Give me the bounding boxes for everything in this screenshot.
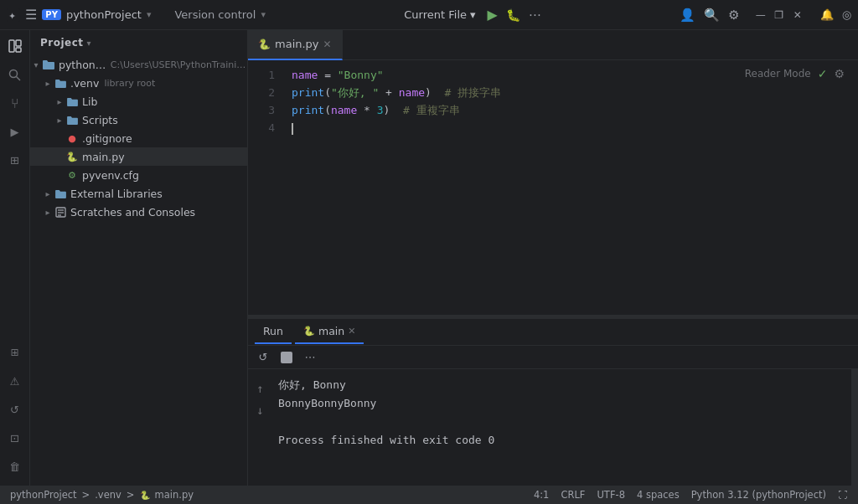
tree-item-lib[interactable]: ▸ Lib xyxy=(30,92,247,111)
activity-run-icon[interactable]: ▶ xyxy=(3,119,28,144)
tree-item-scripts[interactable]: ▸ Scripts xyxy=(30,111,247,129)
tree-expand-lib-icon: ▸ xyxy=(54,97,65,106)
project-tree: ▾ pythonProject C:\Users\USER\PythonTrai… xyxy=(30,55,247,486)
status-expand-icon[interactable]: ⛶ xyxy=(838,489,848,501)
editor-settings-icon[interactable]: ⚙ xyxy=(834,67,845,80)
tab-main-close-icon[interactable]: ✕ xyxy=(348,326,355,337)
tree-item-scratches[interactable]: ▸ Scratches and Consoles xyxy=(30,203,247,221)
activity-trash-icon[interactable]: 🗑 xyxy=(3,454,28,479)
terminal-line-4: Process finished with exit code 0 xyxy=(278,431,848,450)
tree-label-scratches: Scratches and Consoles xyxy=(70,206,195,219)
project-badge: PY xyxy=(42,9,61,20)
status-python-version[interactable]: Python 3.12 (pythonProject) xyxy=(691,489,826,501)
restore-button[interactable]: ❐ xyxy=(773,9,785,21)
activity-stop-icon[interactable]: ⊡ xyxy=(3,425,28,450)
tree-label-scripts: Scripts xyxy=(82,114,118,126)
tab-main-icon: 🐍 xyxy=(303,326,315,337)
ai-assistant-icon[interactable]: ◎ xyxy=(842,8,851,21)
code-line-4 xyxy=(292,120,848,137)
search-icon[interactable]: 🔍 xyxy=(704,8,720,23)
status-line-ending[interactable]: CRLF xyxy=(561,489,585,501)
tree-item-external-libs[interactable]: ▸ External Libraries xyxy=(30,184,247,203)
current-file-arrow-icon: ▾ xyxy=(470,8,476,21)
scroll-up-icon[interactable]: ↑ xyxy=(256,379,263,399)
reader-mode-label: Reader Mode xyxy=(745,68,811,80)
bottom-toolbar: ↺ ⋯ xyxy=(248,346,858,369)
python-file-icon: 🐍 xyxy=(65,150,79,163)
tab-close-button[interactable]: ✕ xyxy=(323,39,332,50)
tree-item-pyvenv[interactable]: ⚙ pyvenv.cfg xyxy=(30,166,247,184)
terminal-content[interactable]: ↑ ↓ 你好, Bonny BonnyBonnyBonny Process fi… xyxy=(248,369,858,486)
minimize-button[interactable]: — xyxy=(755,9,767,21)
more-run-options-icon[interactable]: ⋯ xyxy=(302,349,318,366)
version-dropdown-icon[interactable]: ▾ xyxy=(261,9,266,20)
notification-icon[interactable]: 🔔 xyxy=(820,8,834,21)
git-file-icon: ● xyxy=(65,131,79,145)
project-name[interactable]: pythonProject xyxy=(66,8,142,21)
stop-icon xyxy=(281,352,292,363)
sidebar-title: Project xyxy=(40,37,84,49)
more-options-icon[interactable]: ⋯ xyxy=(529,8,541,23)
debug-icon[interactable]: 🐛 xyxy=(506,8,520,22)
tree-item-pythonproject[interactable]: ▾ pythonProject C:\Users\USER\PythonTrai… xyxy=(30,55,247,74)
current-file-selector[interactable]: Current File ▾ xyxy=(404,8,475,21)
status-arrow2: > xyxy=(127,489,135,501)
tab-main[interactable]: 🐍 main ✕ xyxy=(295,321,364,344)
project-dropdown-icon[interactable]: ▾ xyxy=(147,9,152,20)
status-project: pythonProject xyxy=(10,489,77,501)
run-button[interactable]: ▶ xyxy=(488,7,498,23)
status-indent[interactable]: 4 spaces xyxy=(637,489,680,501)
activity-terminal-icon[interactable]: ⊞ xyxy=(3,340,28,365)
status-bar: pythonProject > .venv > 🐍 main.py 4:1 CR… xyxy=(0,486,858,504)
status-encoding[interactable]: UTF-8 xyxy=(597,489,625,501)
reader-mode-check-icon: ✓ xyxy=(818,67,828,80)
activity-problems-icon[interactable]: ⚠ xyxy=(3,368,28,393)
hamburger-menu-icon[interactable]: ☰ xyxy=(25,7,37,23)
tree-expand-venv-icon: ▸ xyxy=(42,79,54,88)
activity-plugins-icon[interactable]: ⊞ xyxy=(3,147,28,172)
current-file-label: Current File xyxy=(404,8,467,21)
activity-search-icon[interactable] xyxy=(3,62,28,87)
status-position[interactable]: 4:1 xyxy=(534,489,550,501)
folder-extlibs-icon xyxy=(54,187,67,200)
settings-icon[interactable]: ⚙ xyxy=(728,8,739,23)
sidebar-header: Project ▾ xyxy=(30,30,247,55)
tree-item-gitignore[interactable]: ● .gitignore xyxy=(30,129,247,147)
tab-python-icon: 🐍 xyxy=(258,39,271,50)
activity-rerun-icon[interactable]: ↺ xyxy=(3,397,28,422)
titlebar: ✦ ☰ PY pythonProject ▾ Version control ▾… xyxy=(0,0,858,30)
activity-project-icon[interactable] xyxy=(3,33,28,59)
tree-label-pyvenv: pyvenv.cfg xyxy=(82,169,139,182)
cfg-file-icon: ⚙ xyxy=(65,168,79,182)
profile-icon[interactable]: 👤 xyxy=(680,8,695,23)
stop-button[interactable] xyxy=(278,349,295,366)
close-button[interactable]: ✕ xyxy=(792,9,804,21)
terminal-line-1: 你好, Bonny xyxy=(278,376,848,394)
terminal-scrollbar[interactable] xyxy=(851,369,858,486)
version-control-label[interactable]: Version control xyxy=(174,8,256,21)
tree-item-venv[interactable]: ▸ .venv library root xyxy=(30,74,247,92)
bottom-panel: Run 🐍 main ✕ ↺ ⋯ ↑ ↓ xyxy=(248,318,858,486)
line-numbers: 1 2 3 4 xyxy=(248,60,282,315)
editor-top-right: Reader Mode ✓ ⚙ xyxy=(745,67,845,80)
terminal-line-3 xyxy=(278,413,848,431)
tab-mainpy-label: main.py xyxy=(275,38,319,50)
tab-main-label: main xyxy=(318,325,344,337)
sidebar: Project ▾ ▾ pythonProject C:\Users\USER\… xyxy=(30,30,248,486)
tab-mainpy[interactable]: 🐍 main.py ✕ xyxy=(248,30,343,60)
line-num-3: 3 xyxy=(268,102,275,120)
status-right: 4:1 CRLF UTF-8 4 spaces Python 3.12 (pyt… xyxy=(534,489,848,501)
tab-run[interactable]: Run xyxy=(255,321,292,344)
restart-button[interactable]: ↺ xyxy=(255,349,271,366)
tree-item-mainpy[interactable]: 🐍 main.py xyxy=(30,147,247,166)
folder-icon xyxy=(42,58,55,71)
activity-git-icon[interactable]: ⑂ xyxy=(3,90,28,116)
code-editor[interactable]: 1 2 3 4 name = "Bonny" print("你好, " + na… xyxy=(248,60,858,315)
scroll-down-icon[interactable]: ↓ xyxy=(256,401,263,421)
svg-point-5 xyxy=(10,69,18,77)
tree-sublabel-venv: library root xyxy=(104,78,155,89)
tree-label-external-libs: External Libraries xyxy=(70,188,163,200)
code-content[interactable]: name = "Bonny" print("你好, " + name) # 拼接… xyxy=(282,60,858,315)
svg-line-6 xyxy=(17,76,21,80)
status-mainpy: main.py xyxy=(155,489,194,501)
